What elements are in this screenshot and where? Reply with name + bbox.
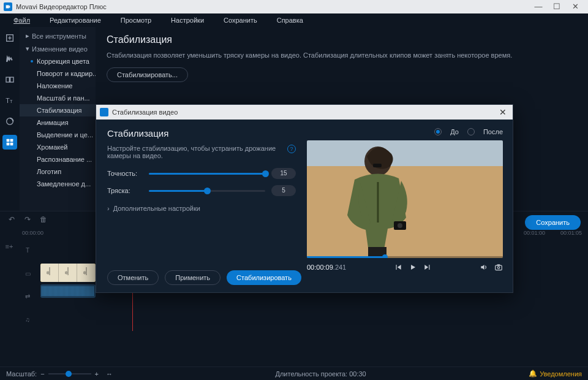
rail-filters-icon[interactable] bbox=[2, 51, 17, 66]
timeline-audio-clip[interactable] bbox=[40, 284, 96, 298]
svg-rect-19 bbox=[496, 265, 502, 270]
svg-rect-0 bbox=[6, 6, 9, 9]
redo-button[interactable]: ↷ bbox=[22, 214, 33, 225]
app-title: Movavi Видеоредактор Плюс bbox=[16, 3, 107, 10]
svg-rect-11 bbox=[10, 139, 13, 142]
tool-rail: TT bbox=[0, 27, 20, 211]
window-minimize-button[interactable]: — bbox=[529, 0, 548, 13]
stabilize-run-button[interactable]: Стабилизировать bbox=[227, 270, 301, 285]
track-link-icon[interactable]: ⇄ bbox=[25, 288, 30, 305]
apply-button[interactable]: Применить bbox=[165, 270, 221, 285]
before-radio[interactable] bbox=[434, 128, 442, 135]
after-radio[interactable] bbox=[467, 128, 475, 135]
panel-header-video-edit[interactable]: ▾ Изменение видео bbox=[20, 42, 96, 55]
sidebar-item-chromakey[interactable]: Хромакей bbox=[20, 141, 96, 153]
play-button[interactable] bbox=[409, 263, 417, 272]
advanced-settings-toggle[interactable]: › Дополнительные настройки bbox=[107, 205, 296, 212]
zoom-in-button[interactable]: + bbox=[95, 370, 99, 378]
rail-stickers-icon[interactable] bbox=[2, 114, 17, 129]
svg-text:T: T bbox=[10, 99, 13, 104]
zoom-fit-button[interactable]: ↔ bbox=[106, 370, 113, 378]
svg-rect-15 bbox=[373, 164, 382, 167]
os-titlebar: Movavi Видеоредактор Плюс — ☐ ✕ bbox=[0, 0, 588, 13]
window-close-button[interactable]: ✕ bbox=[566, 0, 584, 13]
dialog-titlebar: Стабилизация видео ✕ bbox=[96, 105, 513, 120]
preview-progress[interactable] bbox=[307, 256, 503, 258]
accuracy-label: Точность: bbox=[107, 170, 143, 177]
svg-rect-5 bbox=[6, 77, 9, 82]
menu-bar: Файл Редактирование Просмотр Настройки С… bbox=[0, 13, 588, 27]
track-text-icon[interactable]: T bbox=[26, 242, 29, 259]
shake-label: Тряска: bbox=[107, 187, 143, 194]
video-preview[interactable] bbox=[307, 140, 503, 258]
preview-person-graphic bbox=[330, 145, 434, 258]
menu-settings[interactable]: Настройки bbox=[161, 17, 214, 24]
sidebar-item-overlay[interactable]: Наложение bbox=[20, 80, 96, 92]
panel-header-all-tools[interactable]: ▸ Все инструменты bbox=[20, 29, 96, 42]
tools-side-panel: ▸ Все инструменты ▾ Изменение видео Корр… bbox=[20, 27, 96, 211]
dialog-heading: Стабилизация bbox=[107, 128, 296, 139]
zoom-label: Масштаб: bbox=[6, 370, 37, 378]
sidebar-item-color[interactable]: Коррекция цвета bbox=[20, 55, 96, 67]
add-track-button[interactable]: ≡+ bbox=[6, 243, 13, 250]
volume-icon[interactable] bbox=[480, 263, 488, 272]
content-description: Стабилизация позволяет уменьшить тряску … bbox=[107, 51, 577, 59]
zoom-slider[interactable] bbox=[48, 373, 91, 374]
rail-titles-icon[interactable]: TT bbox=[2, 93, 17, 108]
dialog-description: Настройте стабилизацию, чтобы устранить … bbox=[107, 145, 282, 159]
accuracy-slider[interactable] bbox=[149, 173, 265, 175]
notifications-button[interactable]: 🔔 Уведомления bbox=[529, 370, 582, 378]
dialog-title: Стабилизация видео bbox=[112, 108, 178, 116]
project-duration: Длительность проекта: 00:30 bbox=[113, 370, 529, 378]
menu-file[interactable]: Файл bbox=[4, 17, 40, 24]
rail-transitions-icon[interactable] bbox=[2, 72, 17, 87]
svg-rect-12 bbox=[7, 143, 10, 146]
window-maximize-button[interactable]: ☐ bbox=[548, 0, 566, 13]
menu-edit[interactable]: Редактирование bbox=[40, 17, 111, 24]
svg-text:T: T bbox=[6, 97, 10, 104]
cancel-button[interactable]: Отменить bbox=[107, 270, 159, 285]
next-frame-button[interactable] bbox=[423, 263, 432, 272]
menu-help[interactable]: Справка bbox=[267, 17, 313, 24]
sidebar-item-logo[interactable]: Логотип bbox=[20, 165, 96, 178]
dialog-logo-icon bbox=[100, 108, 108, 116]
content-heading: Стабилизация bbox=[107, 34, 577, 45]
status-bar: Масштаб: − + ↔ Длительность проекта: 00:… bbox=[0, 367, 588, 380]
sidebar-item-recognition[interactable]: Распознавание ... bbox=[20, 153, 96, 165]
sidebar-item-slowmo[interactable]: Замедленное д... bbox=[20, 178, 96, 190]
svg-rect-13 bbox=[10, 143, 13, 146]
zoom-out-button[interactable]: − bbox=[40, 370, 44, 378]
dialog-close-button[interactable]: ✕ bbox=[497, 107, 509, 117]
svg-point-20 bbox=[497, 267, 500, 269]
accuracy-value: 15 bbox=[271, 168, 296, 179]
export-save-button[interactable]: Сохранить bbox=[525, 215, 581, 230]
sidebar-item-stabilization[interactable]: Стабилизация bbox=[20, 104, 96, 116]
before-label: До bbox=[450, 128, 459, 135]
stabilization-dialog: Стабилизация видео ✕ Стабилизация Настро… bbox=[96, 104, 513, 293]
track-audio-icon[interactable]: ♫ bbox=[25, 311, 30, 328]
svg-point-17 bbox=[398, 223, 402, 228]
prev-frame-button[interactable] bbox=[394, 263, 402, 272]
delete-button[interactable]: 🗑 bbox=[38, 214, 49, 225]
sidebar-item-animation[interactable]: Анимация bbox=[20, 116, 96, 129]
svg-rect-21 bbox=[497, 264, 500, 265]
menu-save[interactable]: Сохранить bbox=[214, 17, 267, 24]
sidebar-item-highlight[interactable]: Выделение и це... bbox=[20, 129, 96, 141]
player-timecode: 00:00:09.241 bbox=[307, 264, 346, 271]
rail-more-tools-icon[interactable] bbox=[2, 135, 17, 150]
rail-import-icon[interactable] bbox=[2, 31, 17, 45]
menu-view[interactable]: Просмотр bbox=[111, 17, 161, 24]
app-logo-icon bbox=[4, 2, 12, 11]
snapshot-icon[interactable] bbox=[494, 263, 503, 272]
track-video-icon[interactable]: ▭ bbox=[25, 265, 31, 282]
help-icon[interactable]: ? bbox=[287, 145, 296, 153]
sidebar-item-zoom-pan[interactable]: Масштаб и пан... bbox=[20, 92, 96, 104]
svg-marker-1 bbox=[9, 6, 10, 8]
stabilize-open-button[interactable]: Стабилизировать... bbox=[107, 67, 188, 82]
timeline-video-clip[interactable] bbox=[40, 264, 96, 282]
chevron-right-icon: › bbox=[107, 205, 110, 212]
sidebar-item-crop[interactable]: Поворот и кадрир... bbox=[20, 67, 96, 80]
shake-value: 5 bbox=[271, 185, 296, 196]
undo-button[interactable]: ↶ bbox=[6, 214, 17, 225]
shake-slider[interactable] bbox=[149, 190, 265, 192]
